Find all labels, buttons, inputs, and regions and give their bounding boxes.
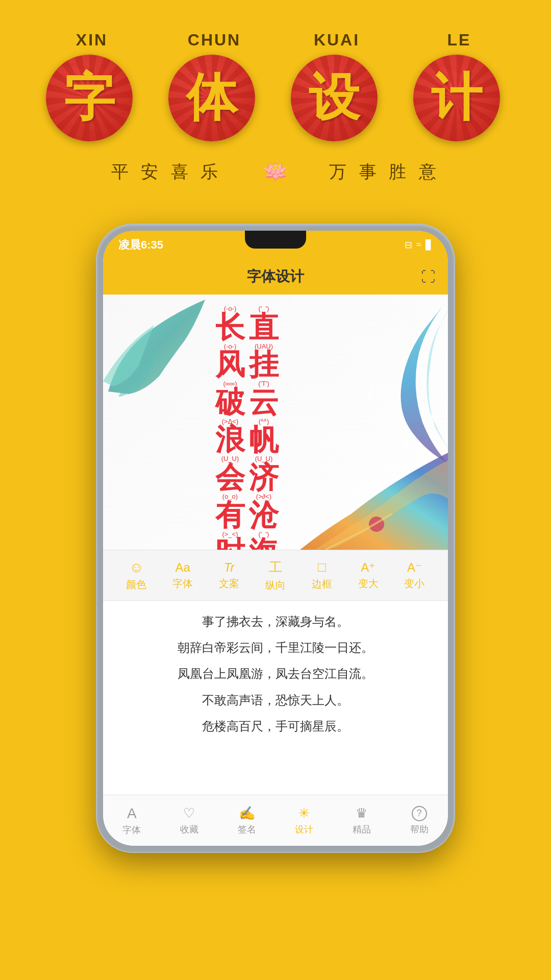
char-ji2: 济	[249, 463, 279, 493]
subtitle-right: 万 事 胜 意	[329, 160, 440, 184]
toolbar-item-color[interactable]: ☺ 颜色	[126, 559, 146, 592]
poem-image-area: (-o-) 长 (-o-) 风 (∞∞) 破 (>Δ<) 浪 (U_U) 会 (…	[103, 295, 448, 550]
phone-outer: 凌晨6:35 ⊟ ≈ ▊ 字体设计 ⛶	[97, 225, 454, 852]
pinyin-item-chun: CHUN 体	[168, 31, 260, 141]
phone-screen: 凌晨6:35 ⊟ ≈ ▊ 字体设计 ⛶	[103, 231, 448, 846]
border-icon: □	[318, 559, 326, 575]
char-lang: 浪	[215, 425, 245, 455]
circle-she: 设	[291, 55, 378, 141]
poem-line-1: 事了拂衣去，深藏身与名。	[118, 611, 433, 633]
enlarge-label: 变大	[358, 577, 379, 591]
enlarge-icon: A⁺	[361, 560, 375, 575]
toolbar-item-font[interactable]: Aa 字体	[172, 560, 193, 591]
circle-ji: 计	[413, 55, 500, 141]
color-icon: ☺	[129, 559, 144, 576]
char-zhi: 直	[249, 313, 279, 342]
nav-design-icon: ✳	[298, 805, 310, 821]
poem-columns: (-o-) 长 (-o-) 风 (∞∞) 破 (>Δ<) 浪 (U_U) 会 (…	[215, 305, 279, 550]
shrink-icon: A⁻	[407, 560, 422, 575]
bottom-nav: A 字体 ♡ 收藏 ✍ 签名 ✳ 设计	[103, 795, 448, 846]
status-time: 凌晨6:35	[118, 237, 163, 253]
deco-bottom-dragon	[274, 437, 448, 550]
lotus-icon: 🪷	[263, 160, 288, 184]
char-you: 有	[215, 501, 245, 530]
char-hui: 会	[215, 463, 245, 493]
char-ti: 体	[186, 64, 237, 133]
share-icon[interactable]: ⛶	[421, 268, 435, 285]
pinyin-item-le: LE 计	[413, 31, 505, 141]
char-gua: 挂	[249, 350, 279, 380]
poem-col-1: (-o-) 长 (-o-) 风 (∞∞) 破 (>Δ<) 浪 (U_U) 会 (…	[215, 305, 245, 550]
nav-item-design[interactable]: ✳ 设计	[295, 805, 313, 836]
shrink-label: 变小	[404, 577, 424, 591]
circle-zi: 字	[46, 55, 133, 141]
pinyin-row: XIN 字	[46, 31, 505, 141]
nav-font-label: 字体	[122, 824, 141, 836]
wifi-icon: ≈	[416, 239, 421, 250]
top-section: XIN 字	[0, 0, 551, 184]
nav-item-font[interactable]: A 字体	[122, 805, 141, 836]
status-icons: ⊟ ≈ ▊	[405, 239, 433, 251]
char-chang: 长	[215, 313, 245, 342]
nav-item-help[interactable]: ? 帮助	[410, 806, 429, 836]
nav-font-icon: A	[127, 805, 137, 822]
text-icon: Tr	[224, 560, 235, 575]
poem-line-5: 危楼高百尺，手可摘星辰。	[118, 716, 433, 738]
nav-premium-label: 精品	[353, 823, 371, 836]
status-bar: 凌晨6:35 ⊟ ≈ ▊	[103, 231, 448, 259]
battery-icon: ▊	[425, 239, 433, 251]
char-po: 破	[215, 388, 245, 418]
toolbar-item-enlarge[interactable]: A⁺ 变大	[358, 560, 379, 591]
nav-signature-label: 签名	[238, 823, 256, 836]
char-ji: 计	[431, 64, 482, 133]
toolbar-item-text[interactable]: Tr 文案	[219, 560, 239, 591]
vertical-icon: 工	[269, 558, 282, 576]
color-label: 颜色	[126, 578, 146, 592]
circle-ti: 体	[168, 55, 255, 141]
pinyin-item-xin: XIN 字	[46, 31, 138, 141]
poem-line-2: 朝辞白帝彩云间，千里江陵一日还。	[118, 637, 433, 659]
vertical-label: 纵向	[265, 578, 286, 592]
pinyin-chun: CHUN	[168, 31, 260, 50]
pinyin-kuai: KUAI	[291, 31, 383, 50]
poem-col-2: ('_') 直 (UAU) 挂 ('T') 云 (ᴬᴬ) 帆 (U_U) 济 (…	[249, 305, 279, 550]
phone-section: 凌晨6:35 ⊟ ≈ ▊ 字体设计 ⛶	[97, 225, 454, 852]
toolbar-item-border[interactable]: □ 边框	[312, 559, 332, 591]
char-she: 设	[309, 64, 360, 133]
app-toolbar: ☺ 颜色 Aa 字体 Tr 文案 工 纵向	[103, 550, 448, 601]
nav-favorite-label: 收藏	[180, 823, 198, 836]
nav-design-label: 设计	[295, 823, 313, 836]
char-shi: 时	[215, 538, 245, 550]
border-label: 边框	[312, 577, 332, 591]
subtitle-left: 平 安 喜 乐	[111, 160, 222, 184]
deco-top-left	[103, 295, 215, 397]
nav-help-label: 帮助	[410, 823, 429, 836]
app-title: 字体设计	[247, 267, 304, 286]
nav-item-signature[interactable]: ✍ 签名	[238, 805, 256, 836]
phone-inner: 凌晨6:35 ⊟ ≈ ▊ 字体设计 ⛶	[103, 231, 448, 846]
signal-icon: ⊟	[405, 239, 412, 251]
font-label: 字体	[172, 577, 193, 591]
pinyin-le: LE	[413, 31, 505, 50]
nav-item-premium[interactable]: ♛ 精品	[353, 805, 371, 836]
text-content: 事了拂衣去，深藏身与名。 朝辞白帝彩云间，千里江陵一日还。 凤凰台上凤凰游，凤去…	[103, 601, 448, 795]
nav-favorite-icon: ♡	[183, 805, 195, 821]
nav-signature-icon: ✍	[239, 805, 255, 821]
notch	[245, 231, 306, 249]
poem-line-3: 凤凰台上凤凰游，凤去台空江自流。	[118, 663, 433, 685]
toolbar-item-shrink[interactable]: A⁻ 变小	[404, 560, 424, 591]
poem-line-4: 不敢高声语，恐惊天上人。	[118, 690, 433, 712]
pinyin-xin: XIN	[46, 31, 138, 50]
app-header: 字体设计 ⛶	[103, 259, 448, 295]
char-feng: 风	[215, 350, 245, 380]
nav-premium-icon: ♛	[356, 805, 367, 821]
nav-help-icon: ?	[412, 806, 427, 821]
font-icon: Aa	[176, 560, 190, 575]
nav-item-favorite[interactable]: ♡ 收藏	[180, 805, 198, 836]
char-cang: 沧	[249, 501, 279, 530]
toolbar-item-vertical[interactable]: 工 纵向	[265, 558, 286, 592]
subtitle-row: 平 安 喜 乐 🪷 万 事 胜 意	[0, 160, 551, 184]
text-label: 文案	[219, 577, 239, 591]
char-hai: 海	[249, 538, 279, 550]
char-fan: 帆	[249, 425, 279, 455]
